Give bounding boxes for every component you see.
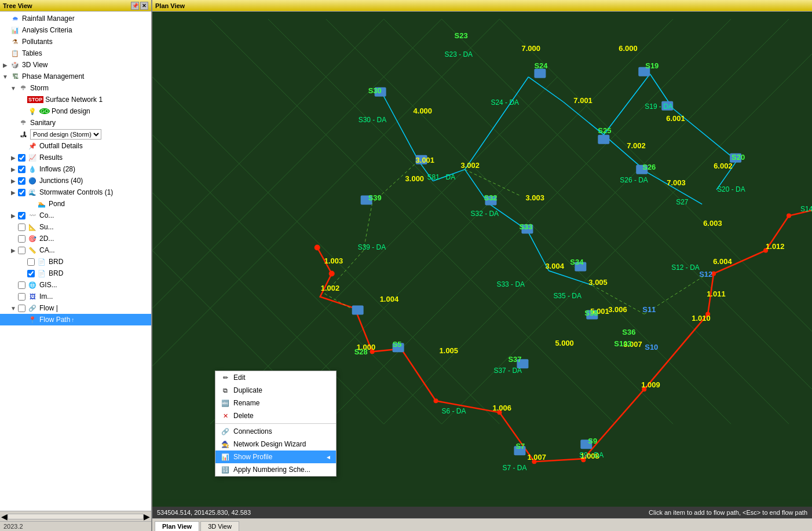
sub2-label: 2D... (39, 235, 54, 243)
show-profile-label: Show Profile (233, 453, 272, 461)
context-numbering[interactable]: 🔢 Apply Numbering Sche... (215, 463, 336, 476)
sw-icon: 🌊 (27, 188, 38, 197)
tree-item-analysis[interactable]: 📊 Analysis Criteria (0, 24, 151, 36)
svg-text:3.000: 3.000 (405, 174, 424, 183)
brd2-checkbox[interactable] (27, 270, 35, 277)
tree-item-storm[interactable]: ▼ 🌩 Storm (0, 82, 151, 94)
svg-text:S39: S39 (368, 193, 382, 202)
tree-pin-btn[interactable]: 📌 (131, 2, 139, 10)
storm-label: Storm (30, 84, 49, 92)
tree-item-junctions[interactable]: ▶ 🔵 Junctions (40) (0, 175, 151, 186)
pond-storm-select[interactable]: Pond design (Storm) (30, 129, 101, 140)
tree-item-phase[interactable]: ▼ 🏗 Phase Management (0, 71, 151, 82)
img-checkbox[interactable] (18, 293, 25, 301)
tree-item-pond-select[interactable]: 🏞 Pond design (Storm) (0, 129, 151, 140)
tree-item-img[interactable]: 🖼 Im... (0, 291, 151, 302)
tree-item-sub3[interactable]: ▶ 📏 CA... (0, 244, 151, 256)
tree-item-tables[interactable]: 📋 Tables (0, 47, 151, 59)
tree-item-sub1[interactable]: 📐 Su... (0, 221, 151, 233)
context-connections[interactable]: 🔗 Connections (215, 425, 336, 438)
tree-item-pond-node[interactable]: 🏊 Pond (0, 198, 151, 210)
context-sep1 (215, 423, 336, 424)
coordinates: 534504.514, 201425.830, 42.583 (157, 509, 251, 516)
sub2-checkbox[interactable] (18, 235, 25, 243)
svg-text:S23 - DA: S23 - DA (445, 50, 473, 58)
go-icon: GO (39, 108, 50, 114)
tree-item-brd1[interactable]: 📄 BRD (0, 256, 151, 268)
svg-point-31 (787, 214, 791, 218)
brd1-icon: 📄 (36, 257, 47, 266)
svg-text:S26 - DA: S26 - DA (620, 176, 648, 184)
coord-bar: 534504.514, 201425.830, 42.583 Click an … (152, 507, 812, 518)
svg-text:S23: S23 (455, 31, 468, 40)
brd1-checkbox[interactable] (27, 258, 35, 266)
context-rename[interactable]: 🔤 Rename (215, 397, 336, 409)
svg-text:S32 - DA: S32 - DA (471, 210, 499, 218)
context-delete[interactable]: ✕ Delete (215, 409, 336, 422)
tree-item-results[interactable]: ▶ 📈 Results (0, 152, 151, 163)
svg-text:S9: S9 (588, 437, 597, 445)
phase-icon: 🏗 (10, 72, 20, 81)
tree-item-inflows[interactable]: ▶ 💧 Inflows (28) (0, 163, 151, 175)
phase-label: Phase Management (22, 72, 84, 80)
plan-canvas[interactable]: 7.000 6.000 7.001 6.001 4.000 3.001 3.00… (152, 12, 812, 507)
pollutants-label: Pollutants (22, 38, 53, 46)
tab-plan-view[interactable]: Plan View (155, 521, 199, 531)
sub3-label: CA... (39, 246, 55, 254)
junctions-checkbox[interactable] (18, 177, 25, 185)
gis-checkbox[interactable] (18, 281, 25, 289)
analysis-icon: 📊 (10, 25, 20, 35)
results-checkbox[interactable] (18, 154, 25, 162)
numbering-icon: 🔢 (220, 464, 231, 475)
tree-item-pollutants[interactable]: ⚗ Pollutants (0, 36, 151, 47)
tree-item-conduits[interactable]: ▶ 〰 Co... (0, 210, 151, 221)
svg-text:S20: S20 (731, 153, 745, 162)
tree-item-3dview[interactable]: ▶ 🎲 3D View (0, 59, 151, 71)
storm-icon: 🌩 (18, 83, 28, 93)
tree-item-surface1[interactable]: STOP Surface Network 1 (0, 94, 151, 105)
svg-text:S11: S11 (642, 305, 656, 314)
pond-node-icon: 🏊 (36, 199, 47, 208)
pond-design-icon: 💡 (27, 107, 38, 116)
tree-item-rainfall[interactable]: 🌧 Rainfall Manager (0, 13, 151, 24)
tree-item-outfall[interactable]: 📌 Outfall Details (0, 140, 151, 152)
tree-item-flowpath-row[interactable]: ▼ 🔗 Flow | (0, 302, 151, 314)
svg-text:1.007: 1.007 (527, 453, 546, 462)
context-wizard[interactable]: 🧙 Network Design Wizard (215, 438, 336, 451)
tree-item-sanitary[interactable]: 🌩 Sanitary (0, 117, 151, 129)
tab-3d-view[interactable]: 3D View (200, 521, 239, 531)
tree-item-brd2[interactable]: 📄 BRD (0, 268, 151, 279)
tree-item-flowpath-node[interactable]: 📍 Flow Path ↑ (0, 314, 151, 325)
conduits-checkbox[interactable] (18, 212, 25, 219)
svg-text:S33: S33 (519, 222, 532, 231)
svg-text:1.011: 1.011 (707, 290, 725, 298)
tree-close-btn[interactable]: ✕ (140, 2, 148, 10)
svg-text:S33 - DA: S33 - DA (496, 280, 525, 288)
inflows-checkbox[interactable] (18, 166, 25, 173)
flowpath-checkbox[interactable] (18, 305, 25, 312)
svg-text:7.002: 7.002 (627, 141, 645, 150)
wizard-label: Network Design Wizard (233, 440, 306, 448)
tree-item-gis[interactable]: 🌐 GIS... (0, 279, 151, 291)
tree-item-stormwater[interactable]: ▶ 🌊 Stormwater Controls (1) (0, 186, 151, 198)
tree-scrollbar[interactable]: ◀ ▶ (0, 511, 151, 521)
context-duplicate[interactable]: ⧉ Duplicate (215, 384, 336, 397)
context-show-profile[interactable]: 📊 Show Profile ◄ (215, 451, 336, 463)
sub1-checkbox[interactable] (18, 224, 25, 231)
rainfall-label: Rainfall Manager (22, 14, 75, 23)
tree-item-ponddesign[interactable]: 💡 GO Pond design (0, 105, 151, 117)
svg-text:S103: S103 (614, 339, 631, 348)
scroll-track[interactable] (8, 514, 144, 519)
context-edit[interactable]: ✏ Edit (215, 371, 336, 384)
delete-icon: ✕ (220, 411, 231, 421)
svg-text:3.006: 3.006 (608, 305, 627, 314)
tree-item-sub2[interactable]: 🎯 2D... (0, 233, 151, 244)
scroll-right-btn[interactable]: ▶ (144, 512, 150, 521)
pollutant-icon: ⚗ (10, 37, 20, 46)
svg-text:S28: S28 (354, 347, 368, 356)
sub3-checkbox[interactable] (18, 247, 25, 254)
stormwater-checkbox[interactable] (18, 189, 25, 196)
scroll-left-btn[interactable]: ◀ (1, 512, 8, 521)
sub3-icon: 📏 (27, 246, 38, 255)
tree-title-bar: Tree View 📌 ✕ (0, 0, 151, 12)
